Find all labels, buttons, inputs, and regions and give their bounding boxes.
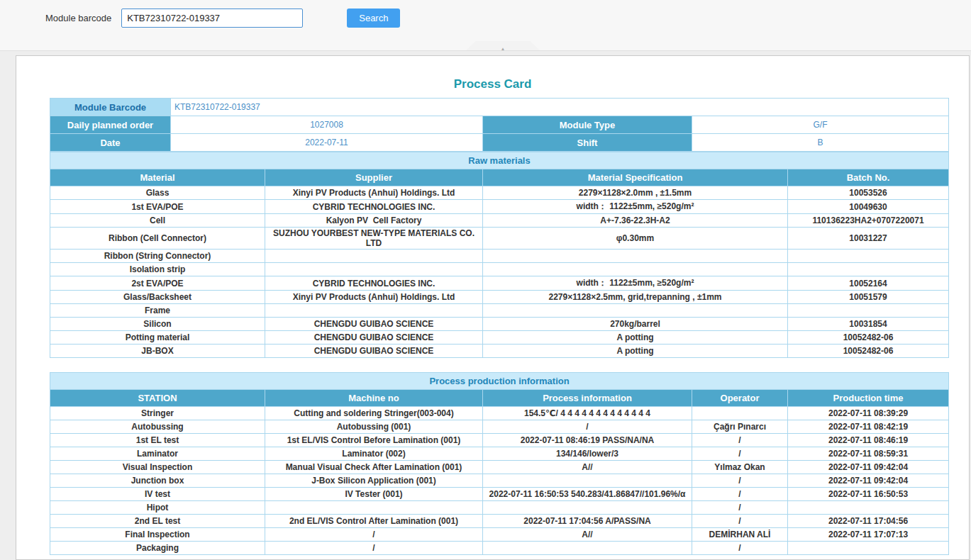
spec-cell	[483, 250, 788, 263]
raw-materials-table: Raw materials Material Supplier Material…	[50, 152, 949, 358]
time-cell: 2022-07-11 08:42:19	[788, 420, 949, 434]
supplier-cell	[265, 304, 483, 318]
shift-value: B	[692, 134, 949, 152]
spec-cell: A potting	[483, 345, 788, 358]
screen: Module barcode Search ▲ Process Card Mod…	[0, 0, 971, 560]
supplier-cell: CYBRID TECHNOLOGIES INC.	[265, 200, 483, 214]
process-info-cell: A//	[483, 528, 692, 542]
raw-material-row: Ribbon (Cell Connector) SUZHOU YOURBEST …	[50, 228, 949, 250]
spec-cell: 270kg/barrel	[483, 318, 788, 331]
material-cell: Ribbon (Cell Connector)	[50, 228, 265, 250]
process-row: Hipot /	[50, 501, 949, 515]
operator-cell: /	[692, 515, 788, 528]
machine-cell: /	[265, 528, 483, 542]
content-area: Process Card Module Barcode KTB72310722-…	[0, 51, 971, 560]
operator-cell: /	[692, 434, 788, 447]
process-info-cell: 154.5℃/ 4 4 4 4 4 4 4 4 4 4 4 4 4	[483, 407, 692, 420]
machine-cell: 2nd EL/VIS Control After Lamination (001…	[265, 515, 483, 528]
process-row: 1st EL test 1st EL/VIS Control Before La…	[50, 434, 949, 447]
process-row: IV test IV Tester (001) 2022-07-11 16:50…	[50, 488, 949, 501]
process-row: Autobussing Autobussing (001) / Çağrı Pı…	[50, 420, 949, 434]
station-cell: Laminator	[50, 447, 265, 461]
daily-planned-order-label: Daily planned order	[50, 116, 171, 134]
machine-cell	[265, 501, 483, 515]
process-info-cell	[483, 542, 692, 555]
process-info-cell: 2022-07-11 08:46:19 PASS/NA/NA	[483, 434, 692, 447]
process-row: 2nd EL test 2nd EL/VIS Control After Lam…	[50, 515, 949, 528]
module-type-value: G/F	[692, 116, 949, 134]
table-row: Module Barcode KTB72310722-019337	[50, 99, 949, 116]
time-cell: 2022-07-11 09:42:04	[788, 474, 949, 488]
process-row: Junction box J-Box Silicon Application (…	[50, 474, 949, 488]
spec-cell	[483, 263, 788, 276]
collapse-panel-handle[interactable]: ▲	[466, 41, 540, 50]
shift-label: Shift	[483, 134, 692, 152]
raw-material-row: Ribbon (String Connector)	[50, 250, 949, 263]
raw-material-row: Isolation strip	[50, 263, 949, 276]
operator-cell: /	[692, 488, 788, 501]
raw-material-row: Cell Kalyon PV Cell Factory A+-7.36-22.3…	[50, 214, 949, 228]
time-cell: 2022-07-11 16:50:53	[788, 488, 949, 501]
table-row: Date 2022-07-11 Shift B	[50, 134, 949, 152]
batch-cell	[788, 250, 949, 263]
spec-cell: width： 1122±5mm, ≥520g/m²	[483, 200, 788, 214]
material-cell: Silicon	[50, 318, 265, 331]
process-info-cell: A//	[483, 461, 692, 474]
search-button[interactable]: Search	[347, 9, 400, 28]
supplier-cell: CYBRID TECHNOLOGIES INC.	[265, 276, 483, 291]
batch-cell: 10053526	[788, 186, 949, 200]
time-cell: 2022-07-11 09:42:04	[788, 461, 949, 474]
material-cell: JB-BOX	[50, 345, 265, 358]
process-row: Stringer Cutting and soldering Stringer(…	[50, 407, 949, 420]
time-cell	[788, 542, 949, 555]
process-production-banner: Process production information	[50, 373, 949, 390]
batch-cell: 10052164	[788, 276, 949, 291]
material-cell: Frame	[50, 304, 265, 318]
spec-cell: 2279×1128×2.0mm , ±1.5mm	[483, 186, 788, 200]
col-header-production-time: Production time	[788, 390, 949, 407]
station-cell: Packaging	[50, 542, 265, 555]
process-info-cell	[483, 474, 692, 488]
search-row: Module barcode Search	[0, 0, 971, 28]
time-cell: 2022-07-11 17:04:56	[788, 515, 949, 528]
material-cell: Glass	[50, 186, 265, 200]
machine-cell: Laminator (002)	[265, 447, 483, 461]
spec-cell: 2279×1128×2.5mm, grid,trepanning , ±1mm	[483, 291, 788, 304]
date-label: Date	[50, 134, 171, 152]
machine-cell: Cutting and soldering Stringer(003-004)	[265, 407, 483, 420]
spec-cell	[483, 304, 788, 318]
supplier-cell: CHENGDU GUIBAO SCIENCE	[265, 318, 483, 331]
time-cell: 2022-07-11 17:07:13	[788, 528, 949, 542]
station-cell: 2nd EL test	[50, 515, 265, 528]
station-cell: Hipot	[50, 501, 265, 515]
supplier-cell: Kalyon PV Cell Factory	[265, 214, 483, 228]
module-type-label: Module Type	[483, 116, 692, 134]
col-header-material-specification: Material Specification	[483, 169, 788, 186]
col-header-machine-no: Machine no	[265, 390, 483, 407]
spec-cell: A potting	[483, 331, 788, 345]
batch-cell: 10051579	[788, 291, 949, 304]
raw-material-row: Potting material CHENGDU GUIBAO SCIENCE …	[50, 331, 949, 345]
module-barcode-input[interactable]	[121, 9, 303, 28]
spec-cell: φ0.30mm	[483, 228, 788, 250]
process-info-cell: /	[483, 420, 692, 434]
search-bar: Module barcode Search ▲	[0, 0, 971, 51]
time-cell: 2022-07-11 08:59:31	[788, 447, 949, 461]
process-row: Final Inspection / A// DEMİRHAN ALİ 2022…	[50, 528, 949, 542]
station-cell: Final Inspection	[50, 528, 265, 542]
operator-cell: DEMİRHAN ALİ	[692, 528, 788, 542]
time-cell	[788, 501, 949, 515]
material-cell: Ribbon (String Connector)	[50, 250, 265, 263]
process-card-panel: Process Card Module Barcode KTB72310722-…	[16, 55, 970, 560]
supplier-cell	[265, 250, 483, 263]
batch-cell	[788, 304, 949, 318]
process-info-cell: 134/146/lower/3	[483, 447, 692, 461]
station-cell: Autobussing	[50, 420, 265, 434]
raw-material-row: Silicon CHENGDU GUIBAO SCIENCE 270kg/bar…	[50, 318, 949, 331]
col-header-batch-no: Batch No.	[788, 169, 949, 186]
module-barcode-label: Module barcode	[45, 13, 111, 23]
section-banner-row: Raw materials	[50, 152, 949, 169]
process-row: Visual Inspection Manual Visual Check Af…	[50, 461, 949, 474]
time-cell: 2022-07-11 08:39:29	[788, 407, 949, 420]
station-cell: Junction box	[50, 474, 265, 488]
